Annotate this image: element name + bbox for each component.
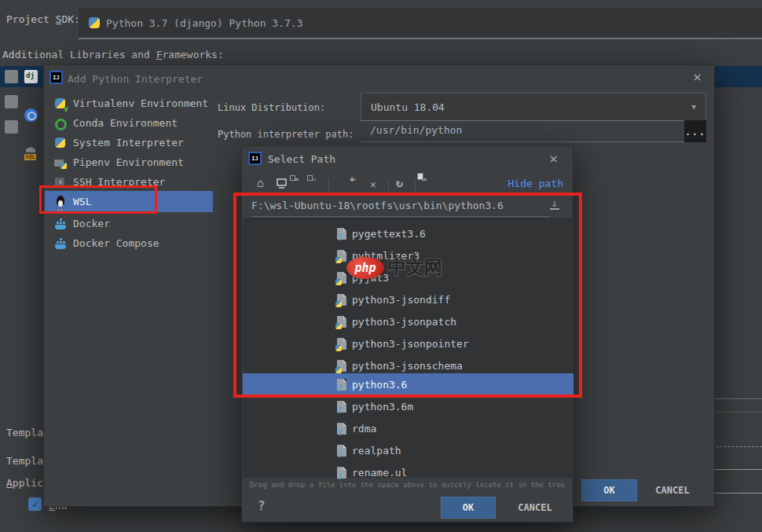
drag-drop-hint: Drag and drop a file into the space abov… [242, 481, 573, 489]
close-icon[interactable]: × [549, 153, 558, 164]
sidebar-item-label: Docker [73, 218, 110, 229]
sidebar-item-label: Pipenv Environment [73, 156, 184, 168]
project-sdk-label: Project SDK: [6, 13, 80, 25]
chevron-down-icon: ▼ [692, 103, 696, 111]
enable-django-admin-checkbox[interactable]: ✓ [28, 497, 42, 511]
sidebar-item-pipenv[interactable]: Pipenv Environment [54, 152, 184, 172]
watermark: php 中文网 [346, 255, 442, 280]
check-icon: ✓ [32, 499, 38, 510]
sidebar-item-docker-compose[interactable]: Docker Compose [54, 233, 159, 253]
pipenv-icon [54, 156, 67, 169]
python-icon [89, 17, 100, 28]
interpreter-path-label: Python interpreter path: [218, 129, 354, 140]
sidebar-item-virtualenv[interactable]: Virtualenv Environment [54, 94, 208, 113]
sidebar-item-system-interpreter[interactable]: System Interpreter [54, 133, 184, 152]
linux-distribution-dropdown[interactable]: Ubuntu 18.04 ▼ [361, 93, 706, 121]
sidebar-item-label: Docker Compose [73, 237, 159, 249]
django-icon [24, 70, 38, 83]
browse-button[interactable]: ... [684, 120, 706, 142]
framework-checkbox-django[interactable] [5, 70, 18, 83]
project-sdk-dropdown[interactable]: Python 3.7 (django) Python 3.7.3 [79, 8, 762, 39]
dialog-title: Add Python Interpreter [68, 73, 203, 85]
intellij-logo-icon: IJ [248, 152, 262, 165]
cancel-button[interactable]: CANCEL [643, 479, 702, 501]
close-icon[interactable]: × [693, 72, 702, 83]
app-engine-icon [24, 108, 38, 122]
sql-icon [24, 147, 38, 160]
home-icon[interactable]: ⌂ [257, 176, 264, 190]
sidebar-item-conda[interactable]: Conda Environment [54, 113, 178, 133]
file-row[interactable]: rdma [243, 417, 573, 439]
interpreter-path-input[interactable]: /usr/bin/python [361, 119, 684, 142]
file-name: rdma [352, 423, 376, 435]
refresh-icon[interactable]: ↻ [396, 176, 403, 190]
conda-icon [54, 117, 67, 130]
python-venv-icon [54, 97, 67, 110]
file-row[interactable]: python3.6m [243, 395, 573, 417]
unknown-file-icon [337, 445, 346, 457]
php-logo-badge: php [346, 257, 384, 279]
toolbar-separator [415, 178, 416, 191]
file-name: python3.6m [352, 401, 413, 413]
linux-distribution-label: Linux Distribution: [218, 102, 325, 113]
ok-button[interactable]: OK [581, 479, 637, 501]
additional-frameworks-label: Additional Libraries and Frameworks: [2, 49, 224, 61]
screen: Project SDK: Python 3.7 (django) Python … [0, 0, 762, 532]
dialog-title: Select Path [268, 153, 335, 165]
sidebar-item-label: System Interpreter [73, 137, 184, 149]
delete-icon[interactable]: ✕ [370, 178, 376, 190]
python-icon [54, 137, 67, 149]
file-name: realpath [352, 445, 401, 457]
docker-compose-icon [54, 237, 67, 250]
interpreter-path-value: /usr/bin/python [370, 124, 462, 136]
toolbar-separator [388, 178, 389, 191]
sidebar-item-label: Virtualenv Environment [73, 97, 208, 109]
hide-path-link[interactable]: Hide path [508, 178, 563, 189]
ok-button[interactable]: OK [441, 497, 496, 519]
docker-icon [54, 218, 67, 230]
linux-distribution-value: Ubuntu 18.04 [371, 101, 445, 113]
sidebar-item-docker[interactable]: Docker [54, 214, 110, 233]
framework-checkbox-appengine[interactable] [5, 95, 18, 108]
file-list-highlight-annotation [233, 193, 582, 398]
unknown-file-icon [337, 467, 346, 479]
file-row[interactable]: realpath [243, 439, 573, 461]
file-name: rename.ul [352, 467, 407, 479]
wsl-highlight-annotation [39, 185, 157, 214]
help-icon[interactable]: ? [258, 498, 266, 513]
desktop-icon[interactable] [277, 178, 287, 186]
intellij-logo-icon: IJ [49, 71, 63, 84]
framework-checkbox-sql[interactable] [5, 120, 18, 134]
unknown-file-icon [337, 401, 346, 413]
unknown-file-icon [337, 423, 346, 435]
file-row[interactable]: rename.ul [243, 461, 573, 483]
watermark-text: 中文网 [388, 255, 442, 280]
cancel-button[interactable]: CANCEL [507, 497, 563, 519]
project-sdk-value: Python 3.7 (django) Python 3.7.3 [106, 17, 302, 29]
sidebar-item-label: Conda Environment [73, 117, 178, 129]
toolbar-separator [328, 178, 329, 191]
